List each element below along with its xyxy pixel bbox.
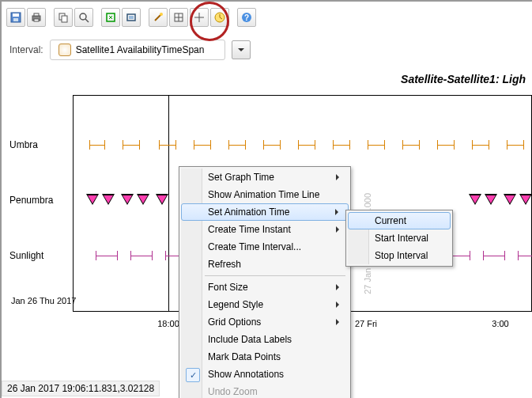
- crosshair-button[interactable]: [190, 8, 209, 27]
- grid-button[interactable]: [169, 8, 188, 27]
- menu-undo-zoom: Undo Zoom: [181, 383, 349, 398]
- interval-dropdown-button[interactable]: [232, 40, 251, 59]
- svg-rect-12: [129, 16, 134, 19]
- menu-mark-points[interactable]: Mark Data Points: [181, 348, 349, 366]
- row-label-umbra: Umbra: [9, 139, 38, 150]
- check-icon: ✓: [186, 368, 200, 382]
- chart-title: Satellite-Satellite1: Ligh: [2, 73, 532, 85]
- menu-refresh[interactable]: Refresh: [181, 256, 349, 273]
- menu-set-graph-time[interactable]: Set Graph Time: [181, 169, 349, 186]
- row-label-sunlight: Sunlight: [9, 250, 43, 261]
- x-tick-1: 27 Fri: [355, 319, 377, 328]
- zoom-button[interactable]: [74, 8, 93, 27]
- submenu-start[interactable]: Start Interval: [348, 229, 451, 247]
- crop-button[interactable]: [122, 8, 141, 27]
- svg-rect-5: [34, 19, 39, 21]
- help-button[interactable]: ?: [237, 8, 256, 27]
- menu-set-anim-time[interactable]: Set Animation Time: [181, 203, 349, 221]
- row-label-penumbra: Penumbra: [9, 195, 53, 206]
- svg-rect-7: [62, 16, 67, 22]
- print-button[interactable]: [27, 8, 46, 27]
- menu-show-anim-line[interactable]: Show Animation Time Line: [181, 186, 349, 203]
- satellite-icon: [58, 44, 71, 56]
- menu-create-instant[interactable]: Create Time Instant: [181, 221, 349, 238]
- interval-label: Interval:: [9, 44, 43, 55]
- submenu-current[interactable]: Current: [348, 212, 451, 229]
- interval-row: Interval: Satellite1 AvailabilityTimeSpa…: [2, 33, 532, 73]
- x-tick-0: 18:00: [157, 319, 179, 328]
- submenu-stop[interactable]: Stop Interval: [348, 247, 451, 264]
- interval-value: Satellite1 AvailabilityTimeSpan: [76, 44, 205, 55]
- menu-legend-style[interactable]: Legend Style: [181, 296, 349, 313]
- svg-point-8: [80, 13, 86, 20]
- toolbar: ?: [2, 2, 532, 33]
- menu-grid-options[interactable]: Grid Options: [181, 313, 349, 331]
- svg-rect-2: [13, 18, 18, 21]
- menu-show-annot[interactable]: ✓Show Annotations: [181, 366, 349, 383]
- interval-select[interactable]: Satellite1 AvailabilityTimeSpan: [50, 40, 225, 60]
- menu-include-labels[interactable]: Include Data Labels: [181, 331, 349, 348]
- fit-window-button[interactable]: [101, 8, 120, 27]
- copy-button[interactable]: [54, 8, 73, 27]
- svg-text:?: ?: [244, 13, 249, 22]
- menu-font-size[interactable]: Font Size: [181, 279, 349, 296]
- save-button[interactable]: [6, 8, 25, 27]
- axis-start-date: Jan 26 Thu 2017: [11, 296, 76, 305]
- status-bar: 26 Jan 2017 19:06:11.831,3.02128: [2, 381, 160, 396]
- context-menu: Set Graph Time Show Animation Time Line …: [179, 166, 351, 398]
- svg-point-14: [160, 13, 163, 16]
- wand-button[interactable]: [149, 8, 168, 27]
- svg-line-9: [85, 19, 89, 22]
- context-submenu: Current Start Interval Stop Interval: [345, 210, 453, 267]
- x-tick-2: 3:00: [492, 319, 508, 328]
- menu-create-interval[interactable]: Create Time Interval...: [181, 238, 349, 256]
- clock-button[interactable]: [210, 8, 229, 27]
- svg-rect-1: [13, 13, 19, 17]
- svg-rect-4: [34, 13, 39, 16]
